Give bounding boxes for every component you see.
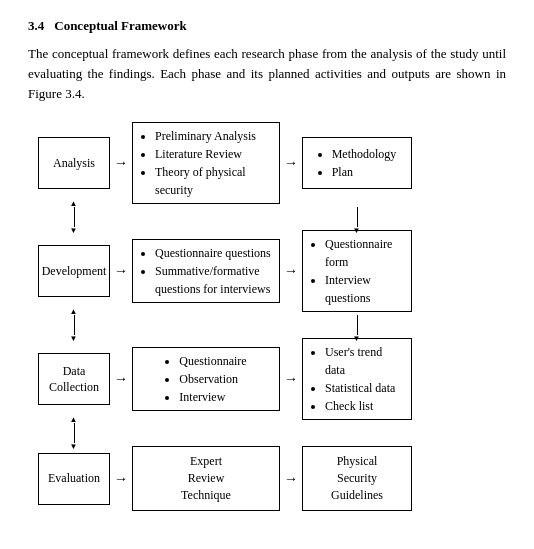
arrow-3-right: → (280, 371, 302, 387)
body-text: The conceptual framework defines each re… (28, 44, 506, 104)
right-box-4: Physical Security Guidelines (302, 446, 412, 510)
mid-1-item-3: Theory of physical security (155, 163, 271, 199)
double-arrow-1 (74, 207, 75, 227)
mid-box-3: Questionnaire Observation Interview (132, 347, 280, 411)
diagram: Analysis → Preliminary Analysis Literatu… (28, 122, 506, 510)
left-box-evaluation: Evaluation (38, 453, 110, 505)
arrow-1-right: → (280, 155, 302, 171)
mid-2-item-2: Summative/formative questions for interv… (155, 262, 271, 298)
double-arrow-3 (74, 423, 75, 443)
row-4: Evaluation → Expert Review Technique → P… (38, 446, 412, 510)
left-box-datacollection: Data Collection (38, 353, 110, 405)
arrow-3-left: → (110, 371, 132, 387)
right-2-item-1: Questionnaire form (325, 235, 403, 271)
right-arrow-1 (357, 207, 358, 227)
section-title: Conceptual Framework (54, 18, 187, 34)
right-3-item-1: User's trend data (325, 343, 403, 379)
right-3-item-2: Statistical data (325, 379, 403, 397)
mid-3-item-1: Questionnaire (179, 352, 246, 370)
mid-box-4: Expert Review Technique (132, 446, 280, 510)
mid-1-item-1: Preliminary Analysis (155, 127, 271, 145)
arrow-2-left: → (110, 263, 132, 279)
mid-3-item-2: Observation (179, 370, 246, 388)
arrow-4-left: → (110, 471, 132, 487)
right-1-item-2: Plan (332, 163, 397, 181)
row-3: Data Collection → Questionnaire Observat… (38, 338, 412, 420)
right-3-item-3: Check list (325, 397, 403, 415)
right-box-1: Methodology Plan (302, 137, 412, 189)
right-box-3: User's trend data Statistical data Check… (302, 338, 412, 420)
gap-row-1 (38, 204, 412, 230)
right-1-item-1: Methodology (332, 145, 397, 163)
gap-row-3 (38, 420, 412, 446)
section-header: 3.4 Conceptual Framework (28, 18, 506, 34)
right-arrow-2 (357, 315, 358, 335)
row-2: Development → Questionnaire questions Su… (38, 230, 412, 312)
section-number: 3.4 (28, 18, 44, 34)
mid-box-1: Preliminary Analysis Literature Review T… (132, 122, 280, 204)
left-box-analysis: Analysis (38, 137, 110, 189)
arrow-1-left: → (110, 155, 132, 171)
gap-row-2 (38, 312, 412, 338)
right-box-2: Questionnaire form Interview questions (302, 230, 412, 312)
left-box-development: Development (38, 245, 110, 297)
arrow-2-right: → (280, 263, 302, 279)
mid-3-item-3: Interview (179, 388, 246, 406)
right-2-item-2: Interview questions (325, 271, 403, 307)
arrow-4-right: → (280, 471, 302, 487)
double-arrow-2 (74, 315, 75, 335)
mid-box-2: Questionnaire questions Summative/format… (132, 239, 280, 303)
mid-1-item-2: Literature Review (155, 145, 271, 163)
row-1: Analysis → Preliminary Analysis Literatu… (38, 122, 412, 204)
mid-2-item-1: Questionnaire questions (155, 244, 271, 262)
